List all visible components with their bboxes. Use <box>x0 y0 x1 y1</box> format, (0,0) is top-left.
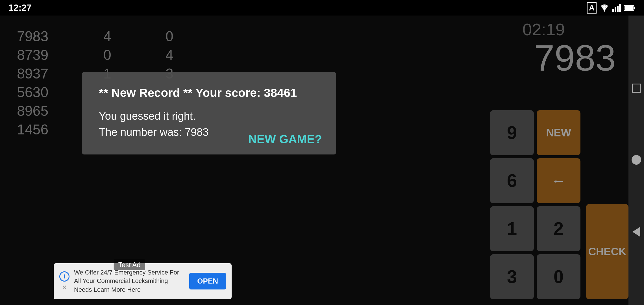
square-icon <box>632 84 641 93</box>
svg-rect-1 <box>612 9 614 12</box>
new-game-button[interactable]: NEW GAME? <box>248 132 322 146</box>
svg-rect-6 <box>634 7 635 9</box>
signal-icon <box>612 4 621 12</box>
a-icon: A <box>587 2 597 14</box>
dialog-box: ** New Record ** Your score: 38461 You g… <box>82 72 336 154</box>
ad-test-label: Test Ad <box>114 259 145 271</box>
battery-icon <box>624 5 636 11</box>
svg-rect-3 <box>617 6 619 12</box>
status-time: 12:27 <box>8 3 32 13</box>
ad-info-icon: i <box>59 271 69 282</box>
dialog-overlay: ** New Record ** Your score: 38461 You g… <box>0 16 628 305</box>
svg-rect-7 <box>625 6 634 10</box>
dialog-line1: You guessed it right. <box>99 110 196 122</box>
ad-close-icon[interactable]: ✕ <box>62 284 67 291</box>
ad-text: Test Ad We Offer 24/7 Emergency Service … <box>74 268 185 294</box>
ad-icons-column: i ✕ <box>59 271 69 291</box>
circle-icon <box>632 155 641 165</box>
svg-rect-2 <box>615 7 616 12</box>
back-triangle-icon[interactable] <box>632 227 640 237</box>
status-bar: 12:27 A <box>0 0 644 16</box>
wifi-icon <box>599 4 610 12</box>
status-icons: A <box>587 2 636 14</box>
dialog-line2: The number was: 7983 <box>99 126 209 138</box>
svg-rect-4 <box>619 4 621 12</box>
side-strip <box>628 16 644 305</box>
ad-open-button[interactable]: OPEN <box>189 273 226 289</box>
svg-point-0 <box>604 10 605 12</box>
ad-banner: i ✕ Test Ad We Offer 24/7 Emergency Serv… <box>54 263 232 299</box>
dialog-title: ** New Record ** Your score: 38461 <box>99 86 319 100</box>
